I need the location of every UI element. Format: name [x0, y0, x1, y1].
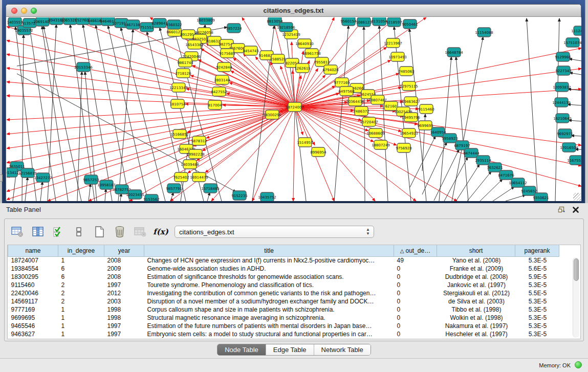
graph-node[interactable]: 1403557: [7, 17, 23, 27]
graph-node[interactable]: 3913412: [7, 168, 19, 177]
graph-node[interactable]: 10688609: [366, 128, 385, 138]
graph-node[interactable]: 10973493: [388, 52, 407, 61]
graph-node[interactable]: 9756928: [396, 143, 411, 152]
select-columns-icon[interactable]: [52, 225, 65, 238]
table-select-dropdown[interactable]: citations_edges.txt ▲▼: [175, 226, 374, 238]
graph-node[interactable]: 12023455: [126, 190, 144, 199]
table-row[interactable]: 1938455462009Genome-wide association stu…: [8, 265, 559, 273]
graph-node[interactable]: 7485063: [398, 67, 414, 76]
graph-node[interactable]: 9218597: [386, 17, 402, 27]
column-header-out_de[interactable]: △out_de…: [394, 245, 437, 256]
graph-node[interactable]: 14039488: [181, 160, 199, 169]
graph-node[interactable]: 5878312: [191, 136, 207, 145]
table-row[interactable]: 969969511998Structural magnetic resonanc…: [8, 314, 559, 322]
table-row[interactable]: 1872400712008Changes of HCN gene express…: [8, 256, 559, 265]
network-window-titlebar[interactable]: citations_edges.txt: [6, 5, 581, 17]
graph-node[interactable]: 12213967: [384, 38, 402, 48]
graph-node[interactable]: 6794028: [322, 65, 338, 74]
graph-node[interactable]: 1086123: [356, 17, 372, 27]
graph-node[interactable]: 10654112: [509, 178, 527, 187]
graph-node[interactable]: 2718126: [175, 69, 191, 78]
window-resize-grip[interactable]: [573, 193, 581, 201]
graph-node[interactable]: 8289841: [151, 18, 167, 28]
table-row[interactable]: 1830029562008Estimation of significance …: [8, 273, 559, 281]
network-canvas[interactable]: 8660123891295418226058982750316543382818…: [7, 17, 581, 201]
graph-node[interactable]: 9861744: [177, 58, 193, 67]
graph-node[interactable]: 7625402: [173, 172, 189, 182]
graph-node[interactable]: 12975115: [400, 81, 418, 91]
network-window[interactable]: citations_edges.txt 86601238912954182260…: [6, 4, 581, 201]
graph-node[interactable]: 9050461: [402, 19, 418, 29]
memory-ok-indicator-icon[interactable]: [575, 361, 582, 368]
graph-node[interactable]: 9699695: [417, 121, 433, 130]
new-column-icon[interactable]: [93, 225, 106, 238]
graph-node[interactable]: 18724007: [286, 102, 304, 112]
table-row[interactable]: 946554611997Estimation of the future num…: [8, 322, 559, 330]
graph-node[interactable]: 12093832: [553, 82, 571, 92]
graph-node[interactable]: 16961758: [302, 49, 321, 58]
graph-node[interactable]: 18640910: [295, 39, 314, 48]
graph-node[interactable]: 9153562: [143, 194, 159, 201]
graph-node[interactable]: 18807249: [372, 140, 390, 149]
graph-node[interactable]: 9152235: [231, 191, 247, 200]
graph-node[interactable]: 16543382: [185, 40, 204, 49]
graph-node[interactable]: 817004: [208, 100, 222, 110]
table-row[interactable]: 911546021997Tourette syndrome. Phenomeno…: [8, 281, 559, 289]
graph-node[interactable]: 9350621: [533, 193, 549, 201]
graph-node[interactable]: 9857791: [166, 184, 182, 193]
graph-node[interactable]: 12444139: [552, 98, 571, 107]
table-settings-icon[interactable]: [11, 225, 24, 238]
graph-node[interactable]: 19654923: [400, 128, 418, 138]
table-row[interactable]: 2242004622012Investigating the contribut…: [8, 289, 559, 297]
graph-node[interactable]: 19463627: [402, 97, 420, 106]
graph-node[interactable]: 11154088: [475, 28, 493, 37]
graph-node[interactable]: 1262615: [294, 63, 310, 73]
graph-node[interactable]: 8454743: [243, 46, 258, 55]
column-header-year[interactable]: year: [104, 245, 144, 256]
column-header-title[interactable]: title: [144, 245, 394, 256]
graph-node[interactable]: 1514957: [297, 138, 313, 147]
graph-node[interactable]: 62160: [384, 101, 398, 111]
graph-node[interactable]: 9560154: [340, 17, 357, 26]
column-header-pagerank[interactable]: pagerank: [515, 245, 559, 256]
graph-node[interactable]: 20364436: [346, 97, 364, 106]
graph-node[interactable]: 9777169: [334, 78, 350, 87]
graph-node[interactable]: 6497568: [338, 86, 354, 96]
graph-node[interactable]: 11124803: [571, 26, 581, 35]
row-height-icon[interactable]: [72, 225, 85, 238]
graph-node[interactable]: 10435752: [258, 192, 276, 201]
graph-node[interactable]: 19218596: [277, 23, 295, 32]
graph-node[interactable]: 1588520: [270, 54, 286, 63]
table-row[interactable]: 1456911722003Disruption of a novel membe…: [8, 297, 559, 305]
graph-node[interactable]: 1810754: [169, 99, 186, 108]
tab-node-table[interactable]: Node Table: [217, 344, 266, 355]
graph-node[interactable]: 5958923: [442, 134, 458, 143]
graph-node[interactable]: 15166852: [170, 129, 189, 139]
table-row[interactable]: 977716911998Corpus callosum shape and si…: [8, 305, 559, 314]
graph-node[interactable]: 16210643: [553, 114, 572, 123]
graph-node[interactable]: 19982228: [186, 149, 205, 159]
panel-collapse-handle[interactable]: [0, 174, 3, 182]
graph-node[interactable]: 20153346: [74, 62, 93, 72]
graph-node[interactable]: 12213343: [169, 83, 188, 92]
graph-node[interactable]: 15718485: [201, 184, 220, 193]
graph-node[interactable]: 8996954: [310, 147, 326, 157]
graph-node[interactable]: 9242844: [216, 62, 232, 72]
graph-node[interactable]: 9692971: [557, 129, 573, 138]
column-header-in_degree[interactable]: in_degree: [58, 245, 104, 256]
function-builder-icon[interactable]: f(x): [154, 225, 167, 238]
tab-network-table[interactable]: Network Table: [314, 344, 371, 355]
graph-node[interactable]: 9175685: [219, 49, 235, 58]
graph-node[interactable]: 2803144: [214, 75, 230, 84]
graph-node[interactable]: 8131054: [371, 17, 387, 26]
column-header-name[interactable]: name: [8, 245, 58, 256]
graph-node[interactable]: 9360322: [166, 20, 182, 29]
graph-node[interactable]: 13427277: [34, 173, 52, 182]
graph-node[interactable]: 15720407: [360, 117, 378, 126]
table-row[interactable]: 946362711997Embryonic stem cells: a mode…: [8, 330, 559, 338]
float-panel-icon[interactable]: [557, 206, 565, 214]
graph-node[interactable]: 9115460: [418, 104, 434, 114]
graph-node[interactable]: 9129966: [555, 52, 571, 61]
column-header-short[interactable]: short: [437, 245, 515, 256]
graph-node[interactable]: 14671385: [124, 20, 142, 29]
